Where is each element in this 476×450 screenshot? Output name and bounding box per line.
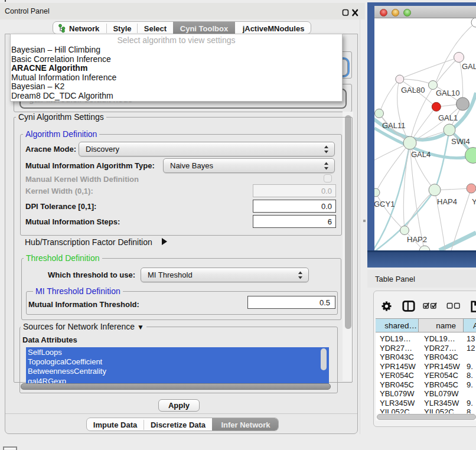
svg-text:SWI4: SWI4 xyxy=(451,137,470,146)
svg-text:Y: Y xyxy=(472,197,476,206)
svg-text:GAL: GAL xyxy=(462,62,476,71)
svg-text:GAL4: GAL4 xyxy=(411,150,431,159)
svg-text:GAL80: GAL80 xyxy=(401,86,425,94)
svg-text:HAP2: HAP2 xyxy=(407,235,427,244)
svg-text:GAL1: GAL1 xyxy=(438,113,458,122)
svg-text:GAL11: GAL11 xyxy=(382,121,406,130)
svg-text:GCY1: GCY1 xyxy=(374,200,395,208)
svg-text:GAL10: GAL10 xyxy=(436,89,459,97)
svg-text:HAP4: HAP4 xyxy=(437,197,457,206)
